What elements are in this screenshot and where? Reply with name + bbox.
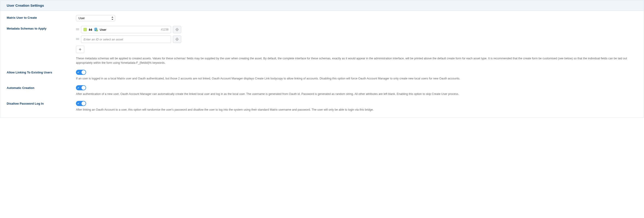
svg-rect-9 [95, 29, 96, 29]
drag-handle-icon[interactable] [76, 38, 79, 41]
asset-pill-empty [81, 36, 171, 43]
disallow-password-help-text: After linking an Oauth Account to a user… [76, 108, 637, 112]
metadata-help-text: These metadata schemas will be applied t… [76, 56, 637, 65]
toggle-knob [82, 102, 86, 106]
check-icon: ✔ [77, 71, 80, 74]
panel-title: User Creation Settings [7, 4, 637, 8]
asset-row-existing: User #1238 [76, 26, 637, 33]
plus-icon: + [79, 47, 82, 52]
disallow-password-toggle[interactable]: ✔ [76, 101, 86, 106]
matrix-user-value: User [76, 15, 637, 21]
svg-rect-18 [76, 39, 79, 40]
metadata-schemas-value: User #1238 [76, 26, 637, 65]
automatic-creation-help-text: After authentication of a new user, Oaut… [76, 92, 637, 96]
automatic-creation-value: ✔ After authentication of a new user, Oa… [76, 85, 637, 96]
disallow-password-label: Disallow Password Log In [7, 101, 76, 105]
allow-linking-help-text: If an user is logged in as a local Matri… [76, 76, 637, 81]
svg-rect-5 [89, 28, 90, 29]
metadata-schema-icon [94, 28, 98, 32]
binoculars-icon [89, 28, 92, 31]
asset-row-empty [76, 36, 637, 43]
panel-header: User Creation Settings [0, 0, 644, 11]
check-icon: ✔ [77, 102, 80, 105]
check-icon: ✔ [77, 86, 80, 89]
allow-linking-toggle[interactable]: ✔ [76, 70, 86, 75]
toggle-knob [82, 86, 86, 90]
status-square-icon [84, 28, 87, 31]
svg-rect-6 [91, 28, 92, 29]
field-automatic-creation: Automatic Creation ✔ After authenticatio… [7, 85, 637, 96]
svg-rect-1 [76, 30, 79, 30]
matrix-user-label: Matrix User to Create [7, 15, 76, 20]
svg-rect-4 [90, 30, 91, 30]
user-creation-settings-panel: User Creation Settings Matrix User to Cr… [0, 0, 644, 118]
toggle-knob [82, 70, 86, 74]
asset-pill[interactable]: User #1238 [81, 26, 171, 33]
svg-point-20 [177, 39, 177, 40]
asset-id-input[interactable] [84, 38, 168, 41]
field-disallow-password: Disallow Password Log In ✔ After linking… [7, 101, 637, 112]
metadata-schemas-label: Metadata Schemas to Apply [7, 26, 76, 30]
field-matrix-user: Matrix User to Create User [7, 15, 637, 21]
allow-linking-value: ✔ If an user is logged in as a local Mat… [76, 70, 637, 81]
field-allow-linking: Allow Linking To Existing Users ✔ If an … [7, 70, 637, 81]
allow-linking-label: Allow Linking To Existing Users [7, 70, 76, 74]
svg-point-12 [177, 29, 177, 30]
panel-body: Matrix User to Create User Metadata Sche… [0, 11, 644, 118]
target-button[interactable] [173, 36, 181, 43]
automatic-creation-toggle[interactable]: ✔ [76, 85, 86, 90]
disallow-password-value: ✔ After linking an Oauth Account to a us… [76, 101, 637, 112]
matrix-user-select-wrap: User [76, 15, 115, 21]
drag-handle-icon[interactable] [76, 28, 79, 31]
svg-rect-0 [76, 28, 79, 29]
matrix-user-select[interactable]: User [76, 15, 115, 21]
asset-id: #1238 [161, 28, 168, 31]
svg-rect-17 [76, 38, 79, 38]
target-button[interactable] [173, 26, 181, 33]
asset-name: User [100, 28, 159, 32]
automatic-creation-label: Automatic Creation [7, 85, 76, 90]
add-asset-button[interactable]: + [76, 46, 84, 53]
field-metadata-schemas: Metadata Schemas to Apply User [7, 26, 637, 65]
